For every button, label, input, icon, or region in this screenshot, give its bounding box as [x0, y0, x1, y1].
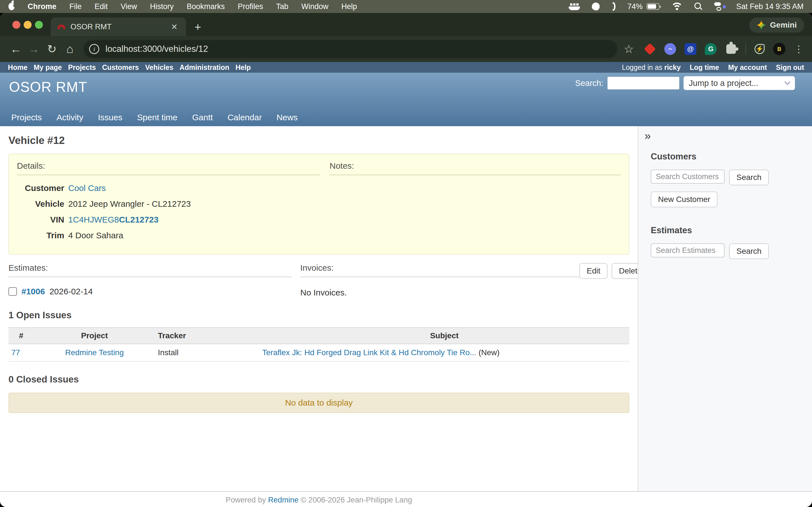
seahorse-icon[interactable] [612, 2, 615, 11]
tab-news[interactable]: News [276, 113, 298, 122]
issues-header-row: # Project Tracker Subject [8, 328, 629, 344]
redmine-top-menu: Home My page Projects Customers Vehicles… [0, 62, 812, 73]
edit-button[interactable]: Edit [579, 263, 608, 279]
search-customers-input[interactable] [651, 170, 725, 184]
close-window-button[interactable] [12, 21, 20, 29]
estimate-link[interactable]: #1006 [21, 287, 45, 296]
sign-out-link[interactable]: Sign out [776, 63, 804, 71]
tab-gantt[interactable]: Gantt [192, 113, 213, 122]
site-info-icon[interactable]: i [89, 44, 99, 54]
vin-link[interactable]: 1C4HJWEG8CL212723 [68, 215, 158, 224]
page-title: Vehicle #12 [8, 135, 629, 147]
search-label: Search: [575, 78, 603, 88]
tab-projects[interactable]: Projects [11, 113, 42, 122]
menu-view[interactable]: View [121, 2, 137, 11]
menu-edit[interactable]: Edit [95, 2, 108, 11]
gemini-label: Gemini [770, 20, 797, 30]
customer-link[interactable]: Cool Cars [68, 183, 106, 193]
issue-subject-link[interactable]: Teraflex Jk: Hd Forged Drag Link Kit & H… [262, 348, 476, 357]
search-estimates-button[interactable]: Search [729, 243, 769, 259]
search-customers-button[interactable]: Search [729, 170, 769, 185]
tab-issues[interactable]: Issues [98, 113, 122, 122]
tab-close-icon[interactable]: ✕ [169, 22, 179, 32]
extension-indigo-icon[interactable]: ~ [664, 43, 676, 55]
page-footer: Powered by Redmine © 2006-2026 Jean-Phil… [0, 491, 812, 507]
topnav-home[interactable]: Home [8, 63, 28, 71]
extension-at-icon[interactable]: @ [684, 43, 696, 55]
tab-calendar[interactable]: Calendar [227, 113, 262, 122]
estimate-date: 2026-02-14 [49, 287, 93, 296]
battery-status[interactable]: 74% [627, 2, 659, 11]
right-sidebar: » Customers Search New Customer Estimate… [638, 126, 812, 491]
jump-select-value: Jump to a project... [689, 78, 758, 88]
menu-window[interactable]: Window [301, 2, 328, 11]
menu-bookmarks[interactable]: Bookmarks [187, 2, 225, 11]
tab-title: OSOR RMT [70, 22, 164, 31]
address-bar[interactable]: i localhost:3000/vehicles/12 [84, 40, 617, 58]
detail-row-customer: Customer Cool Cars [17, 182, 320, 194]
topnav-projects[interactable]: Projects [68, 63, 96, 71]
wifi-icon[interactable] [671, 3, 682, 10]
menu-tab[interactable]: Tab [276, 2, 289, 11]
chrome-menu-icon[interactable]: ⋮ [794, 43, 804, 55]
issue-project-link[interactable]: Redmine Testing [65, 348, 124, 357]
spotlight-search-icon[interactable] [695, 3, 702, 10]
extensions-puzzle-icon[interactable] [725, 43, 737, 55]
forward-button[interactable]: → [25, 43, 43, 55]
zoom-window-button[interactable] [35, 21, 43, 29]
control-center-icon[interactable] [714, 2, 724, 11]
tab-strip: OSOR RMT ✕ + Gemini [0, 13, 812, 36]
apple-menu[interactable] [8, 3, 15, 10]
log-time-link[interactable]: Log time [690, 63, 719, 71]
estimate-checkbox[interactable] [8, 287, 17, 296]
menu-file[interactable]: File [69, 2, 82, 11]
search-estimates-input[interactable] [651, 243, 725, 258]
estimates-heading: Estimates: [8, 263, 292, 277]
vehicle-value: 2012 Jeep Wrangler - CL212723 [68, 198, 191, 210]
col-id-header: # [8, 328, 34, 344]
home-button[interactable]: ⌂ [61, 42, 79, 56]
notes-heading: Notes: [329, 161, 621, 175]
tab-activity[interactable]: Activity [56, 113, 83, 122]
no-invoices-text: No Invoices. [300, 288, 579, 297]
tab-spent-time[interactable]: Spent time [137, 113, 177, 122]
topnav-customers[interactable]: Customers [102, 63, 139, 71]
details-heading: Details: [17, 161, 320, 175]
sidebar-collapse-icon[interactable]: » [645, 130, 651, 142]
grammarly-icon[interactable]: G [705, 43, 717, 55]
new-tab-button[interactable]: + [195, 21, 201, 33]
topnav-vehicles[interactable]: Vehicles [145, 63, 173, 71]
detail-row-vehicle: Vehicle 2012 Jeep Wrangler - CL212723 [17, 198, 320, 210]
reload-button[interactable]: ↻ [43, 43, 61, 55]
detail-row-vin: VIN 1C4HJWEG8CL212723 [17, 214, 320, 225]
topnav-help[interactable]: Help [236, 63, 251, 71]
menu-profiles[interactable]: Profiles [238, 2, 263, 11]
menu-help[interactable]: Help [342, 2, 357, 11]
gemini-button[interactable]: Gemini [749, 17, 804, 33]
issue-id-link[interactable]: 77 [11, 348, 20, 357]
docker-icon[interactable] [569, 3, 580, 10]
topnav-my-page[interactable]: My page [34, 63, 62, 71]
menu-history[interactable]: History [150, 2, 174, 11]
no-data-text: No data to display [285, 398, 353, 407]
footer-copyright: © 2006-2026 Jean-Philippe Lang [299, 496, 412, 504]
site-header: OSOR RMT Search: Jump to a project... Pr… [0, 73, 812, 126]
browser-window: OSOR RMT ✕ + Gemini ← → ↻ ⌂ [0, 13, 812, 507]
header-search-input[interactable] [607, 76, 679, 90]
jump-to-project-select[interactable]: Jump to a project... [683, 76, 795, 90]
minimize-window-button[interactable] [24, 21, 32, 29]
back-button[interactable]: ← [7, 43, 25, 55]
redmine-link[interactable]: Redmine [268, 496, 299, 504]
bookmark-star-icon[interactable]: ☆ [624, 43, 634, 55]
menubar-clock[interactable]: Sat Feb 14 9:35 AM [736, 2, 804, 11]
logged-in-username: ricky [664, 63, 680, 71]
browser-tab[interactable]: OSOR RMT ✕ [51, 17, 186, 36]
my-account-link[interactable]: My account [728, 63, 767, 71]
topnav-administration[interactable]: Administration [180, 63, 229, 71]
menubar-app-name[interactable]: Chrome [28, 2, 56, 11]
extension-red-icon[interactable] [644, 43, 656, 55]
energy-saver-icon[interactable]: ⚡ [755, 44, 765, 54]
creature-icon[interactable] [592, 3, 600, 10]
profile-avatar[interactable]: B [773, 43, 785, 55]
new-customer-button[interactable]: New Customer [651, 191, 718, 207]
